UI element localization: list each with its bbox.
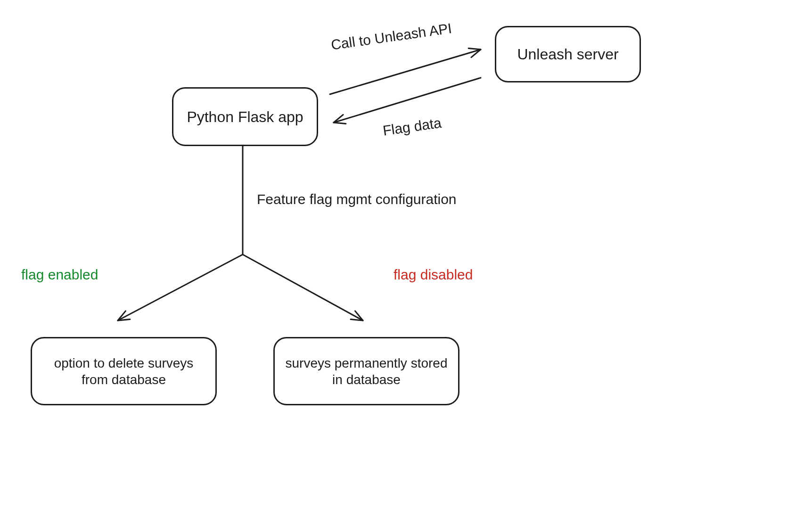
connectors [0,0,812,509]
node-enabled-outcome-label: option to delete surveys from database [42,355,205,388]
arrow-call-to-unleash-api [330,45,482,94]
node-enabled-outcome: option to delete surveys from database [31,337,217,405]
node-unleash-server: Unleash server [495,26,641,82]
node-disabled-outcome-label: surveys permanently stored in database [285,355,448,388]
node-disabled-outcome: surveys permanently stored in database [273,337,459,405]
label-flag-enabled: flag enabled [21,266,98,283]
node-unleash-server-label: Unleash server [517,45,618,64]
label-flag-disabled: flag disabled [394,266,473,283]
diagram-stage: Python Flask app Unleash server option t… [0,0,812,509]
label-feature-flag-config: Feature flag mgmt configuration [257,191,457,208]
node-flask-app-label: Python Flask app [187,107,303,126]
node-flask-app: Python Flask app [172,87,318,146]
decision-split [115,146,365,325]
